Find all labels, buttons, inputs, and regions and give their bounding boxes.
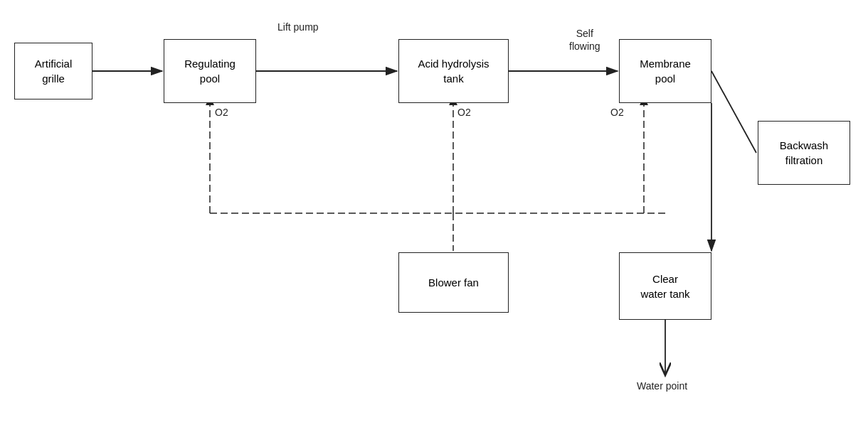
clear-water-tank-box: Clearwater tank: [619, 252, 711, 320]
water-point-label: Water point: [637, 380, 687, 392]
membrane-pool-label: Membranepool: [640, 56, 691, 86]
o2-right-label: O2: [610, 107, 624, 118]
acid-hydrolysis-box: Acid hydrolysistank: [398, 39, 509, 103]
o2-left-label: O2: [215, 107, 228, 118]
membrane-pool-box: Membranepool: [619, 39, 711, 103]
self-flowing-label: Selfflowing: [569, 27, 600, 53]
lift-pump-label: Lift pump: [277, 21, 319, 33]
artificial-grille-label: Artificialgrille: [35, 56, 73, 86]
regulating-pool-box: Regulatingpool: [164, 39, 256, 103]
acid-hydrolysis-label: Acid hydrolysistank: [418, 56, 489, 86]
line-membrane-backwash: [711, 71, 756, 153]
clear-water-tank-label: Clearwater tank: [640, 271, 689, 301]
artificial-grille-box: Artificialgrille: [14, 43, 92, 99]
backwash-filtration-box: Backwashfiltration: [758, 121, 850, 185]
blower-fan-label: Blower fan: [428, 275, 479, 290]
backwash-filtration-label: Backwashfiltration: [780, 138, 828, 168]
blower-fan-box: Blower fan: [398, 252, 509, 313]
regulating-pool-label: Regulatingpool: [184, 56, 235, 86]
o2-mid-label: O2: [457, 107, 471, 118]
diagram: Artificialgrille Regulatingpool Acid hyd…: [0, 0, 868, 425]
